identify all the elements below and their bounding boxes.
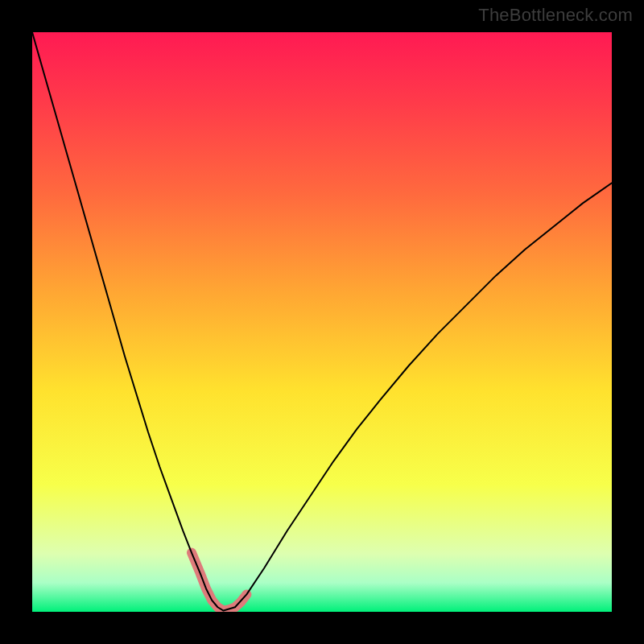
chart-frame: TheBottleneck.com [0,0,644,644]
bottleneck-chart [32,32,612,612]
watermark-text: TheBottleneck.com [478,5,633,26]
gradient-background [32,32,612,612]
plot-area [32,32,612,612]
